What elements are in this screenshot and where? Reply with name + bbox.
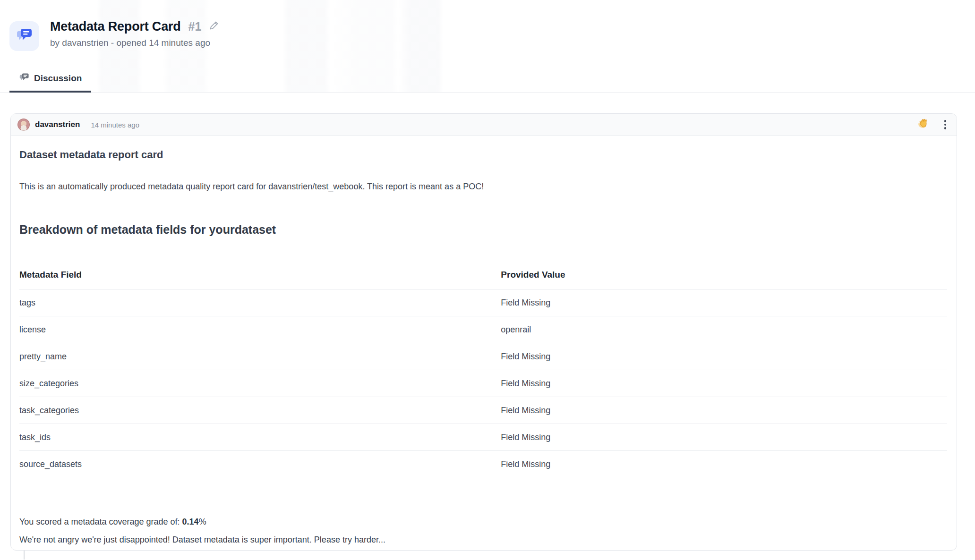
kebab-menu-button[interactable]: [943, 119, 948, 130]
table-row: licenseopenrail: [19, 316, 947, 343]
grade-value: 0.14: [182, 517, 199, 526]
cell-metadata-field: size_categories: [19, 370, 501, 397]
closing-line: We're not angry we're just disappointed!…: [19, 534, 947, 545]
table-row: pretty_nameField Missing: [19, 343, 947, 370]
comment-body: Dataset metadata report card This is an …: [11, 136, 957, 545]
discussion-thread-icon-tile: [9, 21, 39, 51]
cell-provided-value: openrail: [501, 316, 947, 343]
section-heading: Breakdown of metadata fields for yourdat…: [19, 222, 947, 237]
chat-bubbles-icon: [16, 27, 34, 46]
tabs-bar: Discussion: [9, 72, 91, 93]
cell-provided-value: Field Missing: [501, 451, 947, 478]
cell-provided-value: Field Missing: [501, 370, 947, 397]
tab-discussion[interactable]: Discussion: [9, 72, 91, 93]
comment-header: davanstrien 14 minutes ago: [11, 114, 957, 136]
table-row: size_categoriesField Missing: [19, 370, 947, 397]
table-header-row: Metadata Field Provided Value: [19, 259, 947, 289]
table-row: task_categoriesField Missing: [19, 397, 947, 424]
chat-bubbles-icon: [19, 72, 30, 85]
avatar[interactable]: [17, 119, 30, 131]
edit-title-button[interactable]: [209, 20, 220, 33]
grade-prefix: You scored a metadata coverage grade of:: [19, 517, 182, 526]
comment-timestamp: 14 minutes ago: [91, 121, 139, 129]
cell-provided-value: Field Missing: [501, 343, 947, 370]
discussion-page-header: Metadata Report Card #1 by davanstrien -…: [0, 0, 975, 93]
table-row: source_datasetsField Missing: [19, 451, 947, 478]
intro-paragraph: This is an automatically produced metada…: [19, 180, 947, 193]
comment-card: davanstrien 14 minutes ago Dataset metad…: [10, 113, 957, 551]
issue-number: #1: [188, 20, 202, 34]
tab-discussion-label: Discussion: [34, 73, 82, 84]
cell-metadata-field: task_ids: [19, 424, 501, 451]
comment-author-link[interactable]: davanstrien: [35, 120, 80, 129]
grade-suffix: %: [199, 517, 206, 526]
cell-provided-value: Field Missing: [501, 289, 947, 316]
cell-metadata-field: pretty_name: [19, 343, 501, 370]
waving-hand-emoji-icon: [918, 118, 931, 132]
page-title: Metadata Report Card: [50, 19, 181, 34]
thread-connector-line: [24, 551, 25, 560]
cell-metadata-field: task_categories: [19, 397, 501, 424]
cell-provided-value: Field Missing: [501, 424, 947, 451]
metadata-table: Metadata Field Provided Value tagsField …: [19, 259, 947, 477]
byline: by davanstrien - opened 14 minutes ago: [50, 38, 220, 48]
column-header-metadata-field: Metadata Field: [19, 259, 501, 289]
grade-line: You scored a metadata coverage grade of:…: [19, 516, 947, 527]
column-header-provided-value: Provided Value: [501, 259, 947, 289]
table-row: task_idsField Missing: [19, 424, 947, 451]
cell-metadata-field: license: [19, 316, 501, 343]
cell-metadata-field: source_datasets: [19, 451, 501, 478]
comment-heading: Dataset metadata report card: [19, 148, 947, 161]
cell-provided-value: Field Missing: [501, 397, 947, 424]
cell-metadata-field: tags: [19, 289, 501, 316]
reaction-button[interactable]: [918, 118, 931, 132]
table-row: tagsField Missing: [19, 289, 947, 316]
pencil-icon: [209, 20, 220, 33]
